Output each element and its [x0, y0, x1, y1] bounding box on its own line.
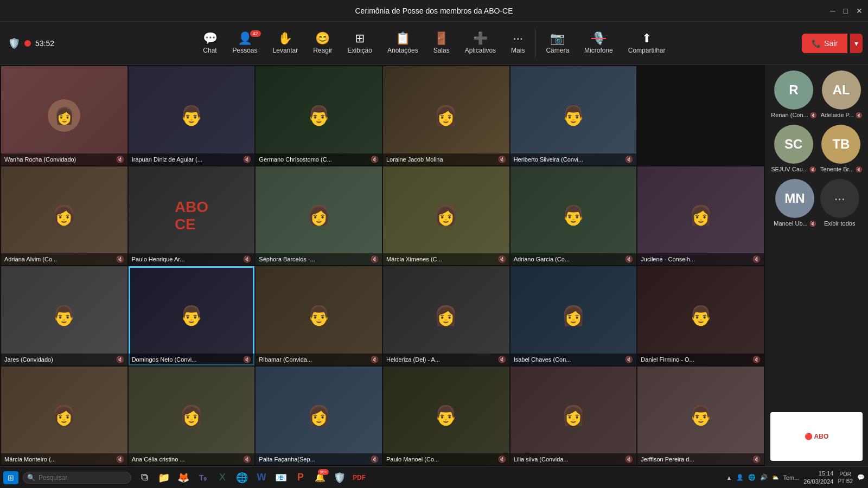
mais-button[interactable]: ··· Mais	[503, 28, 532, 59]
video-cell-daniel[interactable]: 👨 Daniel Firmino - O... 🔇	[637, 266, 764, 365]
mic-muted-icon-8: 🔇	[371, 255, 379, 263]
video-grid: 👩 Wanha Rocha (Convidado) 🔇 👨 Irapuan Di…	[0, 65, 765, 466]
mic-icon-manoel: 🔇	[809, 221, 816, 227]
exibicao-button[interactable]: ⊞ Exibição	[340, 28, 380, 59]
mic-muted-icon-14: 🔇	[371, 356, 379, 363]
participant-label-germano: Germano Chrisostomo (C... 🔇	[256, 153, 382, 165]
video-cell-loraine[interactable]: 👩 Loraine Jacob Molina 🔇	[383, 66, 509, 165]
notifications-button[interactable]: 💬	[857, 474, 865, 481]
clock-time: 15:14	[803, 470, 833, 477]
video-cell-paita[interactable]: 👩 Paita Façanha(Sep... 🔇	[256, 367, 382, 466]
video-cell-heriberto[interactable]: 👨 Heriberto Silveira (Convi... 🔇	[510, 66, 637, 165]
microfone-button[interactable]: 🎙️ Microfone	[577, 28, 621, 59]
close-button[interactable]: ✕	[856, 7, 863, 15]
video-cell-paulo-m[interactable]: 👨 Paulo Manoel (Co... 🔇	[383, 367, 509, 466]
reagir-button[interactable]: 😊 Reagir	[305, 28, 340, 59]
pdf-icon[interactable]: PDF	[350, 469, 368, 486]
pessoas-badge: 42	[250, 30, 261, 37]
anotacoes-button[interactable]: 📋 Anotações	[380, 28, 426, 59]
video-cell-germano[interactable]: 👨 Germano Chrisostomo (C... 🔇	[256, 66, 382, 165]
file-explorer-icon[interactable]: 📁	[155, 469, 173, 486]
side-participant-tenente[interactable]: TB Tenente Br... 🔇	[820, 125, 862, 172]
mic-icon-adelaide: 🔇	[856, 112, 862, 118]
aplicativos-button[interactable]: ➕ Aplicativos	[457, 28, 503, 59]
video-cell-helderiza[interactable]: 👩 Helderiza (Del) - A... 🔇	[383, 266, 509, 365]
taskbar-right: ▲ 👤 🌐 🔊 ⛅ Tem... 15:14 26/03/2024 POR PT…	[726, 470, 865, 485]
mic-muted-icon: 🔇	[116, 156, 124, 163]
volume-icon[interactable]: 🔊	[760, 474, 768, 481]
toolbar: 🛡️ 53:52 💬 Chat 👤 42 Pessoas ✋ Levantar …	[0, 22, 868, 65]
system-time[interactable]: 15:14 26/03/2024	[803, 470, 833, 485]
salas-button[interactable]: 🚪 Salas	[426, 28, 457, 59]
participant-label-ribamar: Ribamar (Convida... 🔇	[256, 354, 382, 365]
shield-taskbar-icon[interactable]: 🛡️	[331, 469, 348, 486]
firefox-icon[interactable]: 🦊	[175, 469, 192, 486]
video-cell-irapuan[interactable]: 👨 Irapuan Diniz de Aguiar (... 🔇	[129, 66, 255, 165]
video-cell-adriano[interactable]: 👨 Adriano Garcia (Co... 🔇	[510, 166, 637, 266]
chrome-icon[interactable]: 🌐	[233, 469, 251, 486]
participant-label-marcia-m: Márcia Monteiro (... 🔇	[1, 453, 127, 465]
people-taskbar-icon[interactable]: 👤	[736, 474, 744, 481]
network-icon[interactable]: 🌐	[748, 474, 756, 481]
mais-label: Mais	[511, 47, 525, 54]
side-participant-sejuv[interactable]: SC SEJUV Cau... 🔇	[771, 125, 816, 172]
mic-muted-icon-23: 🔇	[752, 455, 761, 463]
compartilhar-button[interactable]: ⬆ Compartilhar	[621, 28, 673, 59]
powerpoint-icon[interactable]: P	[292, 469, 309, 486]
video-cell-jerffison[interactable]: 👨 Jerffison Pereira d... 🔇	[637, 367, 764, 466]
video-cell-isabel[interactable]: 👩 Isabel Chaves (Con... 🔇	[510, 266, 637, 365]
pessoas-button[interactable]: 👤 42 Pessoas	[225, 28, 265, 59]
side-participant-adelaide[interactable]: AL Adelaide P... 🔇	[821, 70, 862, 118]
taskbar: ⊞ 🔍 ⧉ 📁 🦊 T₉ X 🌐 W 📧 P 🔔 99+ 🛡️ PDF ▲ 👤 …	[0, 466, 868, 488]
participant-label-isabel: Isabel Chaves (Con... 🔇	[510, 354, 637, 365]
show-all-button[interactable]: ··· Exibir todos	[820, 179, 859, 227]
exibicao-icon: ⊞	[355, 33, 365, 44]
shield-icon: 🛡️	[8, 37, 20, 49]
side-participant-manoel[interactable]: MN Manoel Ub... 🔇	[774, 179, 815, 227]
video-cell-marcia-x[interactable]: 👩 Márcia Ximenes (C... 🔇	[383, 166, 509, 266]
start-button[interactable]: ⊞	[3, 471, 18, 484]
side-participant-renan[interactable]: R Renan (Con... 🔇	[771, 70, 816, 118]
participant-label-adriano: Adriano Garcia (Co... 🔇	[510, 253, 637, 265]
taskview-icon[interactable]: ⧉	[136, 469, 153, 486]
video-cell-paulo-h[interactable]: ABOCE Paulo Henrique Ar... 🔇	[129, 166, 255, 266]
screen-preview-container: 🔴 ABO	[770, 412, 863, 461]
camera-button[interactable]: 📷 Câmera	[538, 28, 577, 59]
camera-icon: 📷	[550, 33, 565, 44]
maximize-button[interactable]: □	[844, 7, 848, 15]
video-cell-lilia[interactable]: 👩 Lilia silva (Convida... 🔇	[510, 367, 637, 466]
mic-icon-renan: 🔇	[810, 112, 816, 118]
weather-icon[interactable]: ⛅	[772, 474, 778, 480]
minimize-button[interactable]: ─	[830, 7, 835, 15]
video-cell-ribamar[interactable]: 👨 Ribamar (Convida... 🔇	[256, 266, 382, 365]
arrow-up-icon[interactable]: ▲	[726, 474, 732, 481]
levantar-icon: ✋	[278, 33, 292, 44]
video-cell-ana[interactable]: 👩 Ana Célia cristino ... 🔇	[129, 367, 255, 466]
taskbar-search-input[interactable]	[23, 472, 131, 484]
end-call-chevron[interactable]: ▾	[850, 34, 863, 53]
word-icon[interactable]: W	[253, 469, 270, 486]
mais-icon: ···	[513, 33, 523, 44]
chat-button[interactable]: 💬 Chat	[195, 28, 225, 59]
video-cell-marcia-m[interactable]: 👩 Márcia Monteiro (... 🔇	[1, 367, 127, 466]
video-cell-domingos[interactable]: 👨 Domingos Neto (Convi... 🔇	[129, 266, 255, 365]
levantar-button[interactable]: ✋ Levantar	[265, 28, 306, 59]
excel-icon[interactable]: X	[214, 469, 231, 486]
video-cell-jucilene[interactable]: 👩 Jucilene - Conselh... 🔇	[637, 166, 764, 266]
end-call-button[interactable]: 📞 Sair	[802, 34, 847, 53]
notification-icon[interactable]: 🔔 99+	[311, 469, 329, 486]
outlook-icon[interactable]: 📧	[272, 469, 290, 486]
screen-preview[interactable]: 🔴 ABO	[770, 412, 863, 461]
participant-label-ana: Ana Célia cristino ... 🔇	[129, 453, 255, 465]
teams-icon[interactable]: T₉	[194, 469, 212, 486]
reagir-label: Reagir	[313, 47, 332, 54]
participant-label-paita: Paita Façanha(Sep... 🔇	[256, 453, 382, 465]
notification-count: 99+	[318, 469, 329, 475]
video-cell-adriana[interactable]: 👩 Adriana Alvim (Co... 🔇	[1, 166, 127, 266]
video-cell-jares[interactable]: 👨 Jares (Convidado) 🔇	[1, 266, 127, 365]
chat-icon: 💬	[203, 33, 218, 44]
mic-muted-icon-16: 🔇	[625, 356, 633, 363]
video-cell-sephora[interactable]: 👩 Séphora Barcelos -... 🔇	[256, 166, 382, 266]
video-cell-wanha[interactable]: 👩 Wanha Rocha (Convidado) 🔇	[1, 66, 127, 165]
participant-label-helderiza: Helderiza (Del) - A... 🔇	[383, 354, 509, 365]
